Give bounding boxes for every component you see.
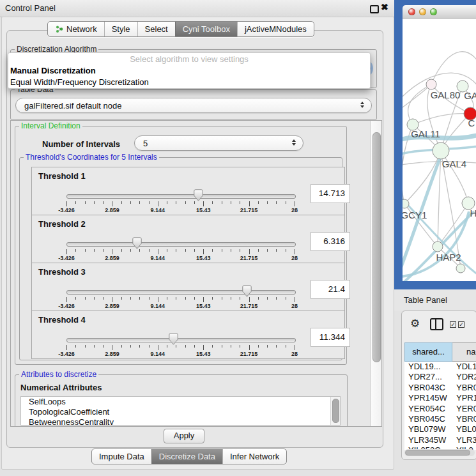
network-window-frame[interactable]: GAL80GACGAL11GAL4GCY1HHAP2 (394, 0, 476, 289)
threshold-value-field[interactable]: 11.344 (311, 328, 350, 347)
network-edge[interactable] (404, 151, 441, 204)
threshold-value-field[interactable]: 21.4 (311, 280, 350, 299)
control-panel-titlebar: Control Panel ✖ (0, 0, 394, 17)
apply-button[interactable]: Apply (164, 429, 204, 443)
cell-name[interactable]: YDL1 (452, 362, 476, 372)
float-window-icon[interactable] (370, 5, 379, 13)
list-scrollbar[interactable] (330, 397, 340, 425)
cell-shared-name[interactable]: YBR045C (404, 414, 452, 424)
cell-shared-name[interactable]: YLR345W (404, 435, 452, 445)
table-data-combobox[interactable]: galFiltered.sif default node (15, 98, 372, 113)
network-node-label: GA (464, 90, 476, 101)
slider-track[interactable] (66, 338, 296, 342)
tab-select[interactable]: Select (137, 22, 175, 36)
cell-name[interactable]: YDR2 (452, 372, 476, 382)
table-row[interactable]: YBR043CYBR0 (404, 383, 476, 393)
cell-name[interactable]: YBR0 (452, 383, 476, 393)
table-row[interactable]: YDL19...YDL1 (404, 362, 476, 372)
column-header-name[interactable]: na (452, 342, 476, 362)
table-row[interactable]: YLR345WYLR3 (404, 435, 476, 445)
table-row[interactable]: YER054CYER0 (404, 404, 476, 414)
dropdown-placeholder-item[interactable]: Select algorithm to view settings (8, 53, 370, 65)
panel-scrollbar-thumb[interactable] (372, 132, 381, 362)
table-body[interactable]: YDL19...YDL1YDR27...YDR2YBR043CYBR0YPR14… (404, 362, 476, 450)
table-row[interactable]: YDR27...YDR2 (404, 372, 476, 382)
zoom-traffic-light[interactable] (430, 8, 437, 15)
tick-label: 15.43 (196, 255, 211, 261)
network-node-label: GCY1 (403, 210, 427, 220)
slider-track[interactable] (66, 194, 296, 199)
control-panel-tabbar: NetworkStyleSelectCyni ToolboxjActiveMNo… (47, 21, 314, 37)
num-intervals-combobox[interactable]: 5 (134, 135, 303, 151)
bottom-tab-impute-data[interactable]: Impute Data (92, 449, 151, 464)
slider-track[interactable] (66, 242, 296, 247)
tab-label: Cyni Toolbox (183, 22, 230, 36)
cell-shared-name[interactable]: YBR043C (404, 383, 452, 393)
tab-jactivemnodules[interactable]: jActiveMNodules (237, 22, 314, 36)
slider-track[interactable] (66, 290, 296, 295)
numerical-attributes-list[interactable]: SelfLoopsTopologicalCoefficientBetweenne… (20, 396, 341, 426)
table-row[interactable]: YBR045CYBR0 (404, 414, 476, 424)
network-node[interactable] (426, 79, 436, 89)
cell-shared-name[interactable]: YPR145W (404, 393, 452, 403)
table-hscrollbar-thumb[interactable] (405, 450, 470, 456)
cell-shared-name[interactable]: YDR27... (404, 372, 452, 382)
threshold-value-field[interactable]: 14.713 (311, 184, 350, 203)
threshold-panel: Threshold 3 -3.4262.8599.14415.4321.7152… (31, 263, 345, 311)
network-node[interactable] (433, 142, 449, 159)
slider-thumb[interactable] (169, 333, 178, 345)
threshold-value-field[interactable]: 6.316 (311, 232, 350, 251)
network-node[interactable] (456, 264, 465, 273)
attribute-list-item[interactable]: SelfLoops (21, 397, 340, 407)
list-scrollbar-thumb[interactable] (332, 399, 339, 423)
group-title: Attributes to discretize (19, 370, 98, 380)
threshold-panel: Threshold 2 -3.4262.8599.14415.4321.7152… (31, 215, 345, 263)
network-node[interactable] (403, 199, 409, 208)
table-row[interactable]: YPR145WYPR1 (404, 393, 476, 403)
attribute-list-item[interactable]: BetweennessCentrality (21, 417, 340, 426)
group-title: Threshold's Coordinates for 5 Intervals (24, 153, 159, 162)
settings-gear-icon[interactable]: ⚙ (410, 317, 420, 330)
cell-name[interactable]: YLR3 (452, 435, 476, 445)
network-node-label: GAL11 (411, 128, 440, 139)
cell-shared-name[interactable]: YBL079W (404, 424, 452, 434)
close-traffic-light[interactable] (408, 8, 415, 15)
bottom-tab-discretize-data[interactable]: Discretize Data (151, 449, 222, 464)
panel-scrollbar[interactable] (370, 121, 381, 426)
dropdown-option-manual[interactable]: Manual Discretization (8, 65, 370, 77)
column-header-shared-name[interactable]: shared... (404, 342, 452, 362)
network-node[interactable] (433, 242, 443, 252)
cell-name[interactable]: YER0 (452, 404, 476, 414)
close-icon[interactable]: ✖ (381, 2, 388, 12)
slider-thumb[interactable] (132, 237, 142, 249)
tick-label: -3.426 (58, 207, 75, 213)
slider-thumb[interactable] (242, 285, 252, 297)
minimize-traffic-light[interactable] (419, 8, 426, 15)
cell-shared-name[interactable]: YER054C (404, 404, 452, 414)
tab-cyni-toolbox[interactable]: Cyni Toolbox (175, 22, 237, 36)
tab-label: Style (112, 22, 130, 36)
tab-network[interactable]: Network (48, 22, 104, 36)
cell-name[interactable]: YPR1 (452, 393, 476, 403)
table-hscrollbar[interactable] (404, 449, 475, 456)
tick-label: 15.43 (196, 207, 211, 213)
table-row[interactable]: YBL079WYBL0 (404, 424, 476, 434)
slider-ticks: -3.4262.8599.14415.4321.71528 (66, 249, 295, 262)
network-window-titlebar[interactable] (403, 5, 476, 19)
slider-thumb[interactable] (194, 189, 203, 201)
bottom-tab-infer-network[interactable]: Infer Network (222, 449, 286, 464)
network-edge[interactable] (431, 52, 476, 84)
attribute-list-item[interactable]: TopologicalCoefficient (21, 407, 340, 417)
cell-shared-name[interactable]: YDL19... (404, 362, 452, 372)
cell-name[interactable]: YBR0 (452, 414, 476, 424)
dropdown-option-equal-width[interactable]: Equal Width/Frequency Discretization (8, 77, 370, 88)
tick-label: 2.859 (105, 351, 119, 357)
cell-name[interactable]: YBL0 (452, 424, 476, 434)
tick-label: 2.859 (105, 207, 119, 213)
network-canvas[interactable]: GAL80GACGAL11GAL4GCY1HHAP2 (403, 19, 476, 281)
column-layout-icon[interactable] (430, 318, 443, 330)
group-table-data: Table Data galFiltered.sif default node (10, 89, 377, 120)
checkbox-icon[interactable]: ✓ (458, 321, 464, 328)
tab-style[interactable]: Style (104, 22, 137, 36)
checkbox-icon[interactable]: ✓ (450, 321, 456, 328)
